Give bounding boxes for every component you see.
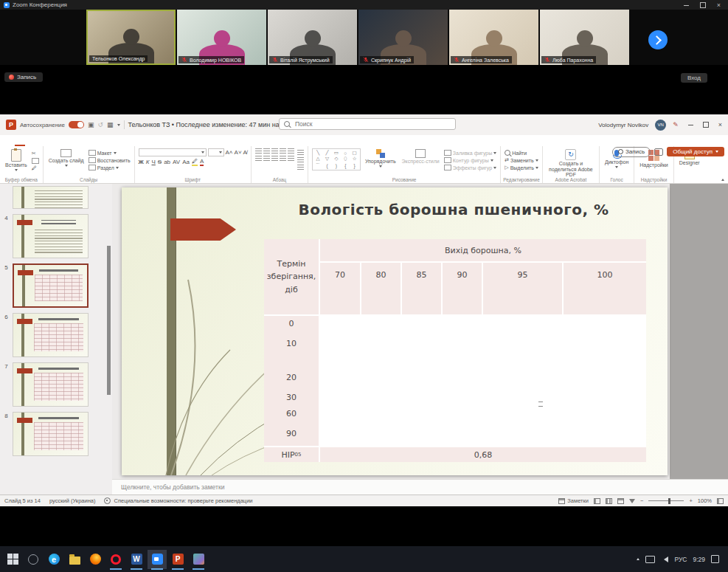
text-shadow-button[interactable]: ab xyxy=(164,159,170,165)
numbering-icon[interactable] xyxy=(263,148,270,154)
bold-button[interactable]: Ж xyxy=(139,159,144,165)
account-avatar[interactable]: VN xyxy=(655,120,666,131)
slide-sorter-view-icon[interactable] xyxy=(606,498,612,504)
slide-title[interactable]: Вологість борошна пшеничного, % xyxy=(247,201,660,218)
display-icon[interactable] xyxy=(645,556,655,563)
zoom-maximize-button[interactable] xyxy=(700,2,706,8)
search-box[interactable] xyxy=(279,118,456,130)
char-spacing-button[interactable]: AV xyxy=(173,159,180,165)
new-slide-button[interactable]: Создать слайд xyxy=(47,148,86,168)
quick-access-more-icon[interactable] xyxy=(117,124,120,126)
slide-thumbnail[interactable] xyxy=(13,313,89,357)
search-taskbar-button[interactable] xyxy=(27,553,40,566)
italic-button[interactable]: К xyxy=(146,159,150,165)
justify-icon[interactable] xyxy=(280,156,286,162)
participant-video-tile[interactable]: Скрипнук Андрій xyxy=(358,10,448,65)
opera-taskbar-button[interactable] xyxy=(109,553,122,566)
participant-video-tile[interactable]: Володимир НОВІКОВ xyxy=(177,10,266,65)
normal-view-icon[interactable] xyxy=(594,498,600,504)
section-button[interactable]: Раздел xyxy=(89,165,131,170)
format-painter-button[interactable]: 🖉 xyxy=(32,165,39,170)
paste-button[interactable]: Вставить xyxy=(4,148,29,172)
slide-canvas[interactable]: Вологість борошна пшеничного, % Термін з… xyxy=(122,187,668,475)
font-name-combo[interactable] xyxy=(139,148,207,156)
shrink-font-button[interactable]: А˅ xyxy=(235,149,242,156)
pen-icon[interactable]: ✎ xyxy=(673,121,679,128)
align-left-icon[interactable] xyxy=(255,156,262,162)
notification-center-icon[interactable] xyxy=(711,555,719,563)
record-presentation-button[interactable]: Запись xyxy=(612,147,651,157)
zoom-taskbar-button[interactable] xyxy=(150,553,164,566)
tray-expand-icon[interactable] xyxy=(637,558,639,560)
zoom-slider[interactable] xyxy=(648,500,684,501)
photos-taskbar-button[interactable] xyxy=(192,553,205,566)
align-center-icon[interactable] xyxy=(263,156,270,162)
edge-taskbar-button[interactable]: e xyxy=(47,553,60,566)
participant-video-tile[interactable]: Віталій Яструмський xyxy=(268,10,357,65)
shape-outline-button[interactable]: Контур фигуры xyxy=(444,157,496,163)
slide-thumbnail[interactable] xyxy=(13,362,89,407)
grow-font-button[interactable]: А˄ xyxy=(226,149,233,156)
align-right-icon[interactable] xyxy=(271,156,278,162)
ppt-minimize-button[interactable] xyxy=(688,125,693,125)
shape-fill-button[interactable]: Заливка фигуры xyxy=(444,150,496,156)
slideshow-view-icon[interactable] xyxy=(629,499,635,503)
change-case-button[interactable]: Аа xyxy=(182,159,190,165)
select-button[interactable]: ▷Выделить xyxy=(505,165,538,170)
accessibility-status[interactable]: Специальные возможности: проверьте реком… xyxy=(114,497,252,504)
powerpoint-taskbar-button[interactable]: P xyxy=(171,553,184,566)
notes-toggle-button[interactable]: Заметки xyxy=(558,497,589,504)
quick-styles-button[interactable]: Экспресс-стили xyxy=(401,148,441,165)
replace-button[interactable]: ⇄Заменить xyxy=(505,157,538,163)
indent-decrease-icon[interactable] xyxy=(271,148,278,154)
next-participants-button[interactable] xyxy=(648,30,668,49)
save-icon[interactable]: ▣ xyxy=(88,121,94,128)
shapes-gallery[interactable]: ╲╱▭○▢ △▽◇⬯☆ ⌒(){} xyxy=(312,148,361,170)
collapse-ribbon-icon[interactable] xyxy=(721,179,724,181)
slide-counter[interactable]: Слайд 5 из 14 xyxy=(4,497,41,504)
reading-view-icon[interactable] xyxy=(617,498,624,504)
language-indicator[interactable]: русский (Украина) xyxy=(49,497,96,504)
autosave-toggle[interactable] xyxy=(69,121,84,128)
shape-effects-button[interactable]: Эффекты фигур xyxy=(444,165,496,170)
comments-icon[interactable] xyxy=(654,148,663,156)
search-input[interactable] xyxy=(294,120,451,128)
text-direction-icon[interactable] xyxy=(297,150,304,156)
notes-placeholder[interactable]: Щелкните, чтобы добавить заметки xyxy=(112,479,728,495)
word-taskbar-button[interactable]: W xyxy=(130,553,143,566)
explorer-taskbar-button[interactable] xyxy=(68,553,81,566)
zoom-out-button[interactable]: − xyxy=(640,497,643,504)
zoom-level[interactable]: 100% xyxy=(698,497,712,504)
speaker-icon[interactable] xyxy=(661,557,668,562)
layout-button[interactable]: Макет xyxy=(89,150,131,156)
smartart-icon[interactable] xyxy=(297,165,304,170)
align-text-icon[interactable] xyxy=(297,157,304,163)
indent-increase-icon[interactable] xyxy=(280,148,286,154)
bullets-icon[interactable] xyxy=(255,148,262,154)
cut-button[interactable]: ✂ xyxy=(32,151,39,156)
join-audio-button[interactable]: Вход xyxy=(681,73,707,83)
create-pdf-button[interactable]: ↻ Создать и поделиться Adobe PDF xyxy=(547,148,595,179)
language-tray[interactable]: РУС xyxy=(674,556,687,563)
slide-thumbnail[interactable] xyxy=(13,263,89,308)
undo-icon[interactable]: ↺ xyxy=(98,121,104,128)
arrow-shape[interactable] xyxy=(170,218,236,241)
start-button[interactable] xyxy=(6,553,19,566)
zoom-close-button[interactable]: × xyxy=(717,3,721,8)
share-button[interactable]: Общий доступ xyxy=(667,147,724,156)
clock[interactable]: 9:29 xyxy=(693,556,705,563)
clear-format-button[interactable]: А̸ xyxy=(243,149,247,156)
participant-video-tile[interactable]: Люба Парахонна xyxy=(540,10,629,65)
slide-thumbnail[interactable] xyxy=(13,214,89,258)
slideshow-icon[interactable]: ▦ xyxy=(107,121,114,128)
participant-video-tile[interactable]: Ангеліна Залевська xyxy=(449,10,538,65)
slide-thumbnail[interactable] xyxy=(13,412,89,456)
columns-icon[interactable] xyxy=(288,156,294,162)
reset-button[interactable]: Восстановить xyxy=(89,157,131,163)
ppt-close-button[interactable]: × xyxy=(718,123,722,128)
slide-thumbnail[interactable] xyxy=(13,186,89,209)
underline-button[interactable]: Ч xyxy=(151,159,155,165)
participant-video-tile[interactable]: Тельонков Олександр xyxy=(86,10,176,65)
find-button[interactable]: Найти xyxy=(505,150,538,156)
zoom-minimize-button[interactable] xyxy=(684,5,689,6)
